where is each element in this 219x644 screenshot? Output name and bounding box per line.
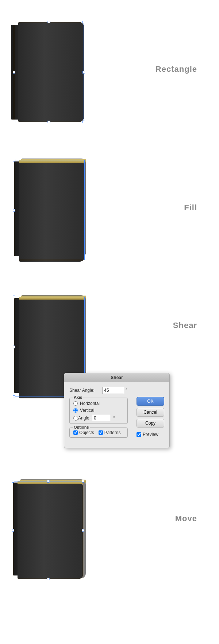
shear-angle-label: Shear Angle: <box>69 388 102 393</box>
patterns-label: Patterns <box>104 430 121 435</box>
label-shear: Shear <box>173 321 197 330</box>
horizontal-label: Horizontal <box>80 401 100 406</box>
handle-ml-3 <box>13 346 15 348</box>
handle-ml-2 <box>13 209 15 211</box>
axis-group: Axis Horizontal Vertical Angle: ° <box>69 398 128 424</box>
horizontal-radio-row: Horizontal <box>73 401 124 406</box>
angle-radio[interactable] <box>73 416 78 421</box>
options-checkboxes: Objects Patterns <box>73 430 124 435</box>
handle-bl-2 <box>13 259 15 261</box>
handle-bm <box>48 121 50 123</box>
patterns-checkbox[interactable] <box>99 430 103 435</box>
vertical-radio-row: Vertical <box>73 408 124 413</box>
dialog-body: Shear Angle: ° Axis Horizontal Vertical … <box>64 382 169 448</box>
vertical-radio[interactable] <box>73 408 78 413</box>
dialog-buttons: OK Cancel Copy Preview <box>137 397 164 437</box>
handle-ml <box>13 71 15 73</box>
handle-tl-2 <box>13 159 15 161</box>
selection-box-1 <box>14 22 84 122</box>
section-rectangle: Rectangle <box>0 0 219 138</box>
book-illustration-2 <box>11 159 91 266</box>
shear-angle-row: Shear Angle: ° <box>69 387 164 394</box>
section-fill: Fill <box>0 138 219 277</box>
handle-tm-4 <box>47 480 49 483</box>
dialog-title: Shear <box>64 373 169 382</box>
handle-bl <box>13 121 15 123</box>
handle-mr <box>82 71 85 73</box>
handle-tr <box>82 21 85 23</box>
preview-checkbox[interactable] <box>137 432 141 437</box>
handle-bl-3 <box>13 395 15 398</box>
degree-symbol: ° <box>126 388 127 393</box>
options-group: Options Objects Patterns <box>69 428 128 438</box>
book-illustration-4 <box>11 477 91 590</box>
section-move: Move <box>0 459 219 612</box>
angle-radio-row: Angle: ° <box>73 415 124 421</box>
handle-tm <box>48 21 50 23</box>
vertical-label: Vertical <box>80 408 94 413</box>
angle-radio-label: Angle: <box>78 415 91 421</box>
preview-label: Preview <box>143 432 158 437</box>
book-illustration-1 <box>11 22 91 128</box>
horizontal-radio[interactable] <box>73 401 78 406</box>
objects-checkbox[interactable] <box>73 430 78 435</box>
cancel-button[interactable]: Cancel <box>137 408 164 417</box>
objects-checkbox-item: Objects <box>73 430 94 435</box>
patterns-checkbox-item: Patterns <box>99 430 121 435</box>
handle-bl-4 <box>12 578 14 580</box>
selection-box-2 <box>14 160 85 260</box>
shear-angle-input[interactable] <box>102 387 124 394</box>
handle-ml-4 <box>12 529 14 531</box>
section-shear: Shear Shear Shear Angle: ° Axis Horizont… <box>0 277 219 459</box>
handle-tr-4 <box>82 480 84 483</box>
selection-box-4 <box>13 481 83 579</box>
handle-tl <box>13 21 15 23</box>
ok-button[interactable]: OK <box>137 397 164 406</box>
label-fill: Fill <box>184 203 197 212</box>
angle-input[interactable] <box>92 415 110 421</box>
angle-degree: ° <box>113 415 115 421</box>
options-label: Options <box>73 425 90 429</box>
handle-br-4 <box>82 578 84 580</box>
handle-mr-4 <box>82 529 84 531</box>
shear-dialog: Shear Shear Angle: ° Axis Horizontal Ver… <box>64 373 170 448</box>
objects-label: Objects <box>79 430 94 435</box>
handle-tl-3 <box>13 296 15 298</box>
handle-tl-4 <box>12 480 14 483</box>
axis-label: Axis <box>73 395 83 399</box>
handle-bm-4 <box>47 578 49 580</box>
copy-button[interactable]: Copy <box>137 419 164 428</box>
handle-br <box>82 121 85 123</box>
label-rectangle: Rectangle <box>155 65 197 74</box>
preview-row: Preview <box>137 432 164 437</box>
label-move: Move <box>175 514 197 523</box>
